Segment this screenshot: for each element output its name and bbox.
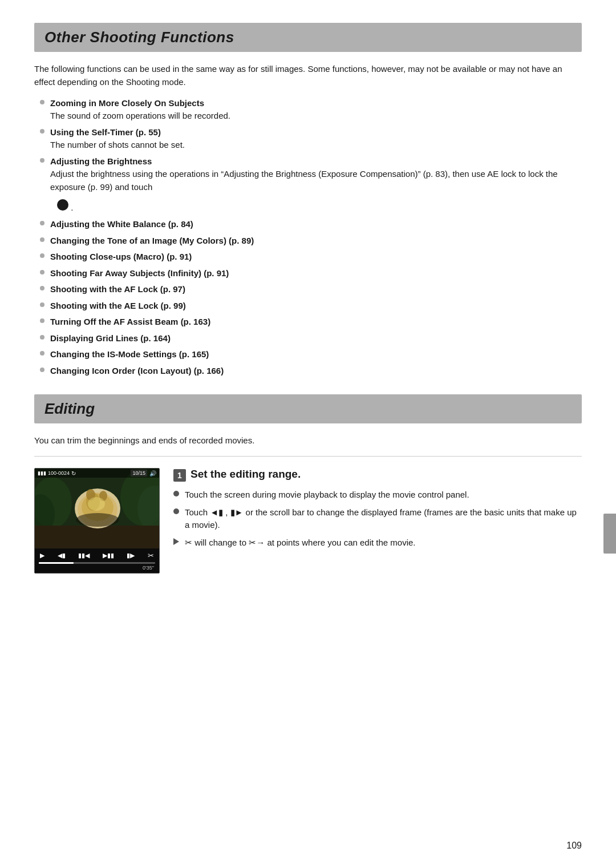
page-number: 109 bbox=[566, 841, 582, 851]
other-shooting-intro: The following functions can be used in t… bbox=[34, 62, 582, 89]
list-item: Displaying Grid Lines (p. 164) bbox=[34, 332, 582, 345]
list-item: Shooting with the AE Lock (p. 99) bbox=[34, 300, 582, 313]
feature-macro: Shooting Close-ups (Macro) (p. 91) bbox=[50, 251, 192, 264]
editing-intro: You can trim the beginnings and ends of … bbox=[34, 434, 582, 457]
feature-sub: The number of shots cannot be set. bbox=[50, 139, 185, 152]
feature-sub: The sound of zoom operations will be rec… bbox=[50, 110, 230, 123]
bullet-dot-icon bbox=[40, 318, 44, 323]
feature-label: Changing the Tone of an Image (My Colors… bbox=[50, 236, 254, 245]
bullet-dot-icon bbox=[40, 302, 44, 307]
black-circle-indicator: . bbox=[50, 198, 582, 212]
feature-brightness: Adjusting the Brightness Adjust the brig… bbox=[50, 155, 582, 194]
movie-time: 0'35" bbox=[37, 564, 157, 572]
feature-label: Shooting Far Away Subjects (Infinity) (p… bbox=[50, 268, 229, 278]
feature-label: Zooming in More Closely On Subjects bbox=[50, 98, 204, 108]
movie-progress-bar bbox=[39, 562, 155, 564]
step1-content: 1 Set the editing range. Touch the scree… bbox=[173, 468, 582, 554]
list-item: Turning Off the AF Assist Beam (p. 163) bbox=[34, 316, 582, 329]
movie-screenshot: ▮▮▮ 100-0024 ↻ 10/15 🔊 bbox=[34, 468, 160, 574]
right-tab bbox=[603, 514, 616, 554]
list-item: Adjusting the Brightness Adjust the brig… bbox=[34, 155, 582, 194]
step-bullet-2: Touch ◄▮ , ▮► or the scroll bar to chang… bbox=[173, 506, 582, 532]
feature-label: Shooting with the AF Lock (p. 97) bbox=[50, 284, 185, 294]
play-button[interactable]: ▶ bbox=[40, 552, 44, 559]
step-bullets: Touch the screen during movie playback t… bbox=[173, 488, 582, 549]
feature-tone: Changing the Tone of an Image (My Colors… bbox=[50, 235, 254, 248]
list-item: Shooting Close-ups (Macro) (p. 91) bbox=[34, 251, 582, 264]
feature-label: Shooting Close-ups (Macro) (p. 91) bbox=[50, 252, 192, 261]
step-bullet-3: ✂ will change to ✂→ at points where you … bbox=[173, 536, 582, 550]
movie-progress-fill bbox=[39, 562, 74, 564]
step-title: Set the editing range. bbox=[191, 468, 301, 481]
movie-info-right: 10/15 🔊 bbox=[131, 470, 156, 477]
step-bullet-text: Touch the screen during movie playback t… bbox=[185, 488, 469, 502]
list-item: Using the Self-Timer (p. 55) The number … bbox=[34, 126, 582, 152]
feature-list-2: Adjusting the White Balance (p. 84) Chan… bbox=[34, 218, 582, 377]
movie-bottom-bar: ▶ ◀▮ ▮▮◀ ▶▮▮ ▮▶ ✂ 0'35" bbox=[35, 548, 159, 573]
step-bullet-text: ✂ will change to ✂→ at points where you … bbox=[185, 536, 416, 550]
black-circle-icon bbox=[57, 199, 68, 211]
scissors-button[interactable]: ✂ bbox=[148, 551, 154, 560]
feature-af-lock: Shooting with the AF Lock (p. 97) bbox=[50, 283, 185, 296]
bullet-dot-icon bbox=[40, 237, 44, 242]
svg-point-12 bbox=[76, 513, 119, 527]
bullet-dot-icon bbox=[40, 351, 44, 356]
feature-label: Changing Icon Order (Icon Layout) (p. 16… bbox=[50, 366, 224, 376]
bullet-dot-icon bbox=[40, 368, 44, 372]
list-item: Changing the Tone of an Image (My Colors… bbox=[34, 235, 582, 248]
other-shooting-header: Other Shooting Functions bbox=[34, 23, 582, 52]
svg-point-13 bbox=[88, 497, 105, 511]
period-text: . bbox=[71, 203, 73, 212]
speaker-icon: 🔊 bbox=[149, 470, 156, 477]
circle-bullet-icon bbox=[173, 508, 179, 514]
editing-title: Editing bbox=[44, 400, 572, 418]
feature-icon-order: Changing Icon Order (Icon Layout) (p. 16… bbox=[50, 365, 224, 378]
feature-label: Turning Off the AF Assist Beam (p. 163) bbox=[50, 317, 210, 326]
feature-label: Adjusting the Brightness bbox=[50, 156, 152, 166]
bullet-dot-icon bbox=[40, 221, 44, 225]
list-item: Changing the IS-Mode Settings (p. 165) bbox=[34, 348, 582, 361]
frame-back-button[interactable]: ▮▮◀ bbox=[78, 552, 90, 559]
movie-controls: ▶ ◀▮ ▮▮◀ ▶▮▮ ▮▶ ✂ bbox=[37, 550, 157, 562]
bullet-dot-icon bbox=[40, 158, 44, 163]
list-item: Adjusting the White Balance (p. 84) bbox=[34, 218, 582, 231]
movie-info-left: ▮▮▮ 100-0024 ↻ bbox=[38, 470, 76, 477]
other-shooting-title: Other Shooting Functions bbox=[44, 29, 572, 46]
bullet-dot-icon bbox=[40, 100, 44, 104]
triangle-bullet-icon bbox=[173, 538, 179, 545]
step-bullet-1: Touch the screen during movie playback t… bbox=[173, 488, 582, 502]
skip-back-button[interactable]: ◀▮ bbox=[58, 552, 66, 559]
frame-counter: 100-0024 bbox=[48, 470, 70, 476]
feature-wb: Adjusting the White Balance (p. 84) bbox=[50, 218, 193, 231]
frame-forward-button[interactable]: ▶▮▮ bbox=[103, 552, 114, 559]
list-item: Shooting with the AF Lock (p. 97) bbox=[34, 283, 582, 296]
feature-label: Using the Self-Timer (p. 55) bbox=[50, 127, 161, 137]
movie-top-bar: ▮▮▮ 100-0024 ↻ 10/15 🔊 bbox=[35, 469, 159, 478]
feature-label: Displaying Grid Lines (p. 164) bbox=[50, 333, 171, 343]
feature-sub: Adjust the brightness using the operatio… bbox=[50, 168, 582, 193]
skip-forward-button[interactable]: ▮▶ bbox=[127, 552, 135, 559]
feature-zoom: Zooming in More Closely On Subjects The … bbox=[50, 97, 230, 123]
battery-icon: ▮▮▮ bbox=[38, 470, 46, 476]
editing-header: Editing bbox=[34, 394, 582, 423]
feature-label: Adjusting the White Balance (p. 84) bbox=[50, 219, 193, 229]
movie-image-area bbox=[35, 469, 159, 548]
editing-section: Editing You can trim the beginnings and … bbox=[34, 394, 582, 574]
feature-infinity: Shooting Far Away Subjects (Infinity) (p… bbox=[50, 267, 229, 280]
list-item: Shooting Far Away Subjects (Infinity) (p… bbox=[34, 267, 582, 280]
step-number: 1 bbox=[173, 469, 186, 482]
bullet-dot-icon bbox=[40, 129, 44, 134]
feature-label: Shooting with the AE Lock (p. 99) bbox=[50, 301, 186, 310]
feature-is-mode: Changing the IS-Mode Settings (p. 165) bbox=[50, 348, 209, 361]
frame-info: 10/15 bbox=[131, 470, 147, 477]
step-bullet-text: Touch ◄▮ , ▮► or the scroll bar to chang… bbox=[185, 506, 582, 532]
circle-bullet-icon bbox=[173, 491, 179, 496]
svg-rect-5 bbox=[35, 526, 160, 548]
bullet-dot-icon bbox=[40, 253, 44, 258]
page-container: Other Shooting Functions The following f… bbox=[0, 0, 616, 608]
bullet-dot-icon bbox=[40, 335, 44, 340]
bullet-dot-icon bbox=[40, 270, 44, 274]
movie-image-svg bbox=[35, 469, 160, 548]
feature-timer: Using the Self-Timer (p. 55) The number … bbox=[50, 126, 185, 152]
step-header: 1 Set the editing range. bbox=[173, 468, 582, 482]
